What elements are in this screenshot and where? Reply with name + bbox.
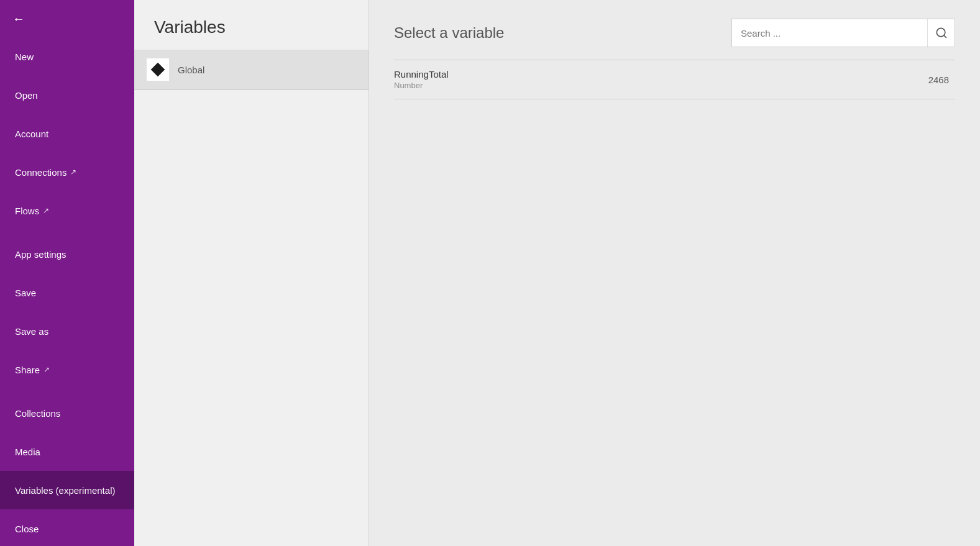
scope-label-global: Global: [178, 65, 204, 75]
external-link-icon: ↗: [70, 168, 76, 176]
scope-item-global[interactable]: Global: [134, 50, 369, 90]
sidebar-item-label-app-settings: App settings: [15, 249, 66, 260]
back-arrow-icon: ←: [12, 12, 25, 26]
search-icon: [935, 27, 948, 39]
middle-panel: Variables Global: [134, 0, 369, 546]
sidebar-item-save[interactable]: Save: [0, 273, 134, 312]
sidebar-item-label-close: Close: [15, 524, 39, 534]
search-box: [731, 19, 955, 47]
sidebar-item-new[interactable]: New: [0, 37, 134, 76]
sidebar-item-label-save: Save: [15, 288, 36, 298]
right-header: Select a variable: [394, 19, 955, 47]
sidebar-item-label-new: New: [15, 52, 34, 62]
sidebar-item-label-variables: Variables (experimental): [15, 485, 115, 496]
sidebar-item-label-account: Account: [15, 129, 48, 139]
diamond-icon: [151, 63, 165, 76]
sidebar-item-label-save-as: Save as: [15, 326, 48, 337]
sidebar: ← New Open Account Connections ↗ Flows ↗…: [0, 0, 134, 546]
sidebar-item-collections[interactable]: Collections: [0, 394, 134, 432]
select-variable-label: Select a variable: [394, 24, 504, 42]
sidebar-item-flows[interactable]: Flows ↗: [0, 191, 134, 230]
search-input[interactable]: [732, 22, 927, 45]
sidebar-item-account[interactable]: Account: [0, 114, 134, 153]
sidebar-item-label-flows: Flows: [15, 206, 39, 216]
sidebar-item-connections[interactable]: Connections ↗: [0, 153, 134, 191]
sidebar-item-label-open: Open: [15, 90, 38, 101]
sidebar-item-label-connections: Connections: [15, 167, 66, 178]
external-link-icon: ↗: [43, 206, 49, 215]
sidebar-item-label-share: Share: [15, 365, 40, 375]
page-title: Variables: [154, 17, 349, 37]
variable-row[interactable]: RunningTotal Number 2468: [394, 60, 955, 99]
sidebar-item-close[interactable]: Close: [0, 509, 134, 546]
sidebar-item-label-collections: Collections: [15, 408, 60, 419]
sidebar-item-share[interactable]: Share ↗: [0, 350, 134, 389]
right-panel: Select a variable RunningTotal Number 24…: [369, 0, 980, 546]
scope-list: Global: [134, 50, 369, 90]
middle-header: Variables: [134, 0, 369, 50]
scope-icon-global: [147, 58, 169, 81]
sidebar-item-media[interactable]: Media: [0, 432, 134, 471]
search-button[interactable]: [927, 19, 955, 47]
variable-name: RunningTotal: [394, 69, 928, 80]
sidebar-item-save-as[interactable]: Save as: [0, 312, 134, 350]
variable-value: 2468: [928, 75, 949, 85]
sidebar-item-app-settings[interactable]: App settings: [0, 235, 134, 273]
variable-type: Number: [394, 81, 928, 90]
variable-info: RunningTotal Number: [394, 69, 928, 90]
back-button[interactable]: ←: [0, 0, 134, 37]
svg-rect-0: [151, 63, 165, 76]
sidebar-item-open[interactable]: Open: [0, 76, 134, 114]
sidebar-item-variables[interactable]: Variables (experimental): [0, 471, 134, 509]
external-link-icon: ↗: [44, 365, 50, 374]
sidebar-item-label-media: Media: [15, 447, 40, 457]
